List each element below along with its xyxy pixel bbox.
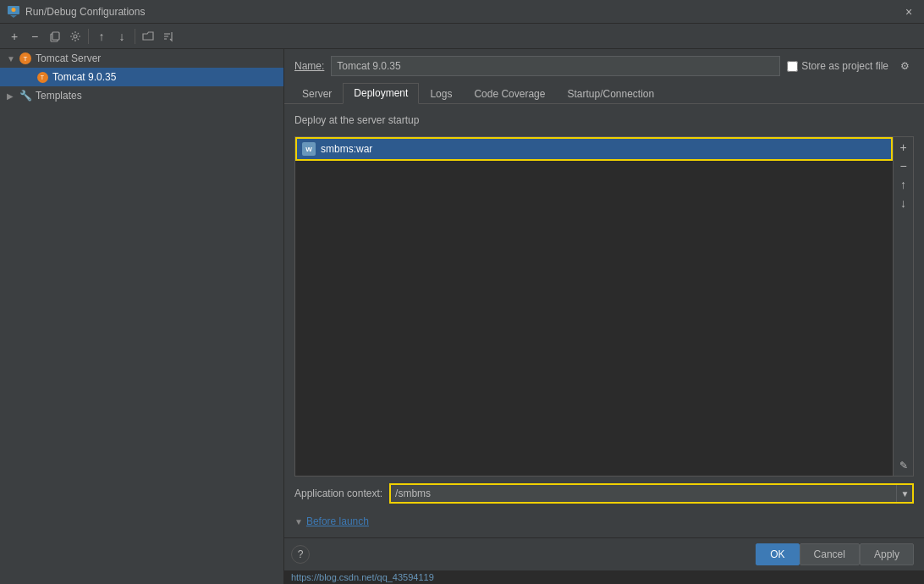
app-context-row: Application context: ▼: [294, 483, 914, 504]
tab-startup-connection[interactable]: Startup/Connection: [556, 84, 665, 104]
templates-icon: 🔧: [19, 89, 32, 102]
title-bar: Run/Debug Configurations ×: [0, 0, 924, 24]
svg-marker-1: [10, 15, 17, 18]
config-button[interactable]: [66, 27, 85, 46]
cancel-button[interactable]: Cancel: [800, 543, 860, 565]
main-layout: ▼ T Tomcat Server T Tomcat 9.0.35 ▶ 🔧 Te…: [0, 49, 924, 584]
deploy-section-label: Deploy at the server startup: [294, 114, 914, 126]
tab-server[interactable]: Server: [291, 84, 343, 104]
deploy-side-buttons: + − ↑ ↓ ✎: [893, 137, 913, 476]
tab-logs[interactable]: Logs: [419, 84, 463, 104]
name-row: Name: Store as project file ⚙: [284, 49, 924, 83]
deploy-list-container: W smbms:war + − ↑ ↓ ✎: [294, 136, 914, 477]
separator-2: [135, 29, 135, 44]
app-context-label: Application context:: [294, 488, 382, 499]
sort-button[interactable]: [159, 27, 178, 46]
right-panel: Name: Store as project file ⚙ Server Dep…: [284, 49, 924, 584]
app-context-input[interactable]: [390, 488, 896, 499]
tree-item-tomcat-server[interactable]: ▼ T Tomcat Server: [0, 49, 283, 68]
deploy-list: W smbms:war: [295, 137, 893, 476]
close-button[interactable]: ×: [900, 3, 917, 20]
add-button[interactable]: +: [5, 27, 24, 46]
tree-item-templates[interactable]: ▶ 🔧 Templates: [0, 86, 283, 105]
tomcat-server-icon: T: [19, 52, 32, 65]
templates-label: Templates: [36, 90, 82, 102]
url-bar: https://blog.csdn.net/qq_43594119: [284, 570, 924, 584]
remove-button[interactable]: −: [25, 27, 44, 46]
war-icon: W: [302, 142, 316, 156]
down-button[interactable]: ↓: [113, 27, 131, 46]
svg-point-2: [12, 8, 16, 12]
tree-item-tomcat-9035[interactable]: T Tomcat 9.0.35: [0, 68, 283, 86]
left-panel: ▼ T Tomcat Server T Tomcat 9.0.35 ▶ 🔧 Te…: [0, 49, 284, 584]
separator-1: [88, 29, 89, 44]
bottom-actions: ? OK Cancel Apply: [284, 537, 924, 570]
templates-arrow: ▶: [7, 91, 19, 101]
gear-button[interactable]: ⚙: [895, 57, 914, 75]
up-button[interactable]: ↑: [92, 27, 111, 46]
name-input[interactable]: [331, 56, 780, 76]
deploy-down-button[interactable]: ↓: [895, 195, 912, 212]
expand-arrow: ▼: [7, 54, 19, 63]
deploy-item-smbms[interactable]: W smbms:war: [295, 137, 893, 161]
tab-deployment[interactable]: Deployment: [343, 83, 419, 104]
app-context-input-wrap: ▼: [389, 483, 914, 504]
tomcat-child-icon: T: [36, 70, 49, 84]
before-launch-arrow[interactable]: ▼: [294, 517, 303, 526]
before-launch-label[interactable]: Before launch: [306, 515, 369, 527]
app-icon: [7, 5, 20, 19]
tomcat-version-label: Tomcat 9.0.35: [52, 71, 116, 83]
ok-button[interactable]: OK: [756, 543, 799, 565]
store-as-project-label: Store as project file: [801, 60, 888, 72]
deploy-edit-button[interactable]: ✎: [895, 457, 912, 474]
help-button[interactable]: ?: [291, 545, 310, 564]
store-as-project-checkbox-container: Store as project file: [787, 60, 888, 72]
content-area: Deploy at the server startup W smbms:war…: [284, 104, 924, 537]
deploy-item-label: smbms:war: [321, 143, 372, 155]
store-as-project-checkbox[interactable]: [787, 61, 798, 72]
tomcat-server-label: Tomcat Server: [36, 52, 101, 64]
name-label: Name:: [294, 60, 324, 72]
folder-button[interactable]: [139, 27, 157, 46]
app-context-dropdown-button[interactable]: ▼: [896, 484, 913, 503]
copy-button[interactable]: [46, 27, 64, 46]
tab-code-coverage[interactable]: Code Coverage: [463, 84, 556, 104]
before-launch-header: ▼ Before launch: [294, 510, 914, 527]
tabs-bar: Server Deployment Logs Code Coverage Sta…: [284, 83, 924, 104]
svg-rect-4: [52, 32, 59, 40]
deploy-remove-button[interactable]: −: [895, 157, 912, 174]
apply-button[interactable]: Apply: [860, 543, 914, 565]
deploy-add-button[interactable]: +: [895, 139, 912, 156]
toolbar: + − ↑ ↓: [0, 24, 924, 49]
deploy-up-button[interactable]: ↑: [895, 176, 912, 193]
svg-point-5: [74, 35, 77, 38]
dialog-title: Run/Debug Configurations: [25, 6, 900, 18]
